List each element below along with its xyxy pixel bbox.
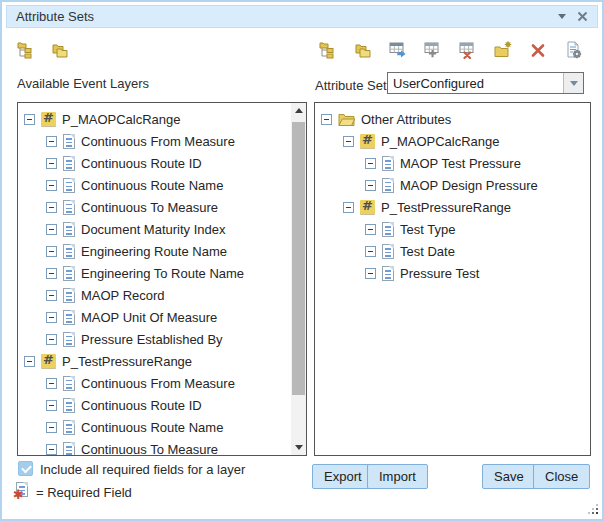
- close-icon[interactable]: [577, 11, 588, 22]
- table-remove-icon[interactable]: [459, 41, 477, 59]
- attribute-set-tree: Other Attributes P_MAOPCalcRange MAOP Te…: [315, 103, 590, 455]
- tree-item[interactable]: Engineering Route Name: [18, 240, 291, 262]
- tree-item[interactable]: Continuous Route ID: [18, 152, 291, 174]
- tree-item[interactable]: MAOP Design Pressure: [315, 174, 590, 196]
- collapse-toggle-icon[interactable]: [46, 202, 57, 213]
- tree-item[interactable]: Continuous Route ID: [18, 394, 291, 416]
- attribute-set-label: Attribute Set:: [315, 78, 390, 93]
- tree-item[interactable]: Continuous From Measure: [18, 130, 291, 152]
- tree-item[interactable]: Continuous Route Name: [18, 416, 291, 438]
- tree-item[interactable]: P_TestPressureRange: [18, 350, 291, 372]
- event-layer-icon: [41, 354, 56, 368]
- tree-item-label: P_MAOPCalcRange: [62, 112, 181, 127]
- collapse-toggle-icon[interactable]: [24, 356, 35, 367]
- tree-item[interactable]: P_TestPressureRange: [315, 196, 590, 218]
- tree-item-label: P_TestPressureRange: [381, 200, 511, 215]
- resize-grip[interactable]: [587, 503, 599, 515]
- collapse-toggle-icon[interactable]: [46, 180, 57, 191]
- collapse-toggle-icon[interactable]: [46, 312, 57, 323]
- tree-item[interactable]: MAOP Record: [18, 284, 291, 306]
- close-button[interactable]: Close: [533, 464, 590, 489]
- collapse-toggle-icon[interactable]: [46, 136, 57, 147]
- tree-item-label: Continuous Route ID: [81, 398, 202, 413]
- collapse-toggle-icon[interactable]: [46, 224, 57, 235]
- left-tree-scrollbar[interactable]: [291, 103, 306, 455]
- new-attribute-set-icon[interactable]: [494, 41, 512, 59]
- field-icon: [63, 420, 75, 435]
- report-settings-icon[interactable]: [564, 41, 582, 59]
- field-icon: [63, 332, 75, 347]
- tree-item[interactable]: Test Date: [315, 240, 590, 262]
- tree-item[interactable]: Continuous To Measure: [18, 196, 291, 218]
- available-layers-panel: P_MAOPCalcRange Continuous From Measure …: [17, 102, 307, 456]
- collapse-toggle-icon[interactable]: [46, 400, 57, 411]
- collapse-toggle-icon[interactable]: [365, 158, 376, 169]
- delete-icon[interactable]: [529, 41, 547, 59]
- collapse-toggle-icon[interactable]: [46, 378, 57, 389]
- collapse-toggle-icon[interactable]: [46, 246, 57, 257]
- import-button[interactable]: Import: [367, 464, 428, 489]
- tree-item-label: Continuous To Measure: [81, 200, 218, 215]
- tree-item-label: Continuous From Measure: [81, 376, 235, 391]
- folder-open-icon: [338, 113, 355, 126]
- tree-item[interactable]: Document Maturity Index: [18, 218, 291, 240]
- tree-item-label: Test Type: [400, 222, 455, 237]
- collapse-toggle-icon[interactable]: [365, 224, 376, 235]
- include-required-fields-checkbox[interactable]: [18, 461, 33, 476]
- table-export-icon[interactable]: [389, 41, 407, 59]
- collapse-attributes-icon[interactable]: [354, 41, 372, 59]
- collapse-toggle-icon[interactable]: [343, 136, 354, 147]
- collapse-toggle-icon[interactable]: [46, 268, 57, 279]
- collapse-toggle-icon[interactable]: [46, 444, 57, 455]
- field-icon: [63, 244, 75, 259]
- event-layer-icon: [41, 112, 56, 126]
- dropdown-arrow-button[interactable]: [563, 73, 583, 93]
- tree-item[interactable]: MAOP Unit Of Measure: [18, 306, 291, 328]
- scrollbar-thumb[interactable]: [292, 122, 305, 395]
- tree-item-label: Engineering To Route Name: [81, 266, 244, 281]
- tree-item-label: Continuous From Measure: [81, 134, 235, 149]
- collapse-event-layers-icon[interactable]: [51, 41, 69, 59]
- tree-item[interactable]: MAOP Test Pressure: [315, 152, 590, 174]
- field-icon: [63, 442, 75, 456]
- tree-item[interactable]: Continuous From Measure: [18, 372, 291, 394]
- attribute-set-dropdown[interactable]: UserConfigured: [387, 72, 584, 94]
- save-button[interactable]: Save: [482, 464, 536, 489]
- tree-item[interactable]: Continuous Route Name: [18, 174, 291, 196]
- expand-event-layers-icon[interactable]: [17, 41, 35, 59]
- collapse-toggle-icon[interactable]: [46, 158, 57, 169]
- available-event-layers-label: Available Event Layers: [17, 76, 149, 91]
- scroll-up-button[interactable]: [291, 103, 306, 118]
- tree-item-label: P_TestPressureRange: [62, 354, 192, 369]
- field-icon: [63, 200, 75, 215]
- collapse-toggle-icon[interactable]: [365, 268, 376, 279]
- triangle-down-icon: [295, 445, 303, 450]
- table-add-icon[interactable]: [424, 41, 442, 59]
- export-button[interactable]: Export: [312, 464, 374, 489]
- tree-item[interactable]: P_MAOPCalcRange: [18, 108, 291, 130]
- scroll-down-button[interactable]: [291, 440, 306, 455]
- titlebar: Attribute Sets: [6, 5, 598, 28]
- event-layer-icon: [360, 134, 375, 148]
- collapse-toggle-icon[interactable]: [365, 246, 376, 257]
- field-icon: [63, 376, 75, 391]
- collapse-toggle-icon[interactable]: [46, 422, 57, 433]
- collapse-toggle-icon[interactable]: [343, 202, 354, 213]
- tree-item[interactable]: Other Attributes: [315, 108, 590, 130]
- collapse-toggle-icon[interactable]: [365, 180, 376, 191]
- tree-item[interactable]: Continuous To Measure: [18, 438, 291, 455]
- collapse-panel-icon[interactable]: [558, 14, 566, 19]
- collapse-toggle-icon[interactable]: [321, 114, 332, 125]
- field-icon: [63, 398, 75, 413]
- collapse-toggle-icon[interactable]: [46, 334, 57, 345]
- tree-item[interactable]: P_MAOPCalcRange: [315, 130, 590, 152]
- expand-attributes-icon[interactable]: [319, 41, 337, 59]
- tree-item[interactable]: Pressure Established By: [18, 328, 291, 350]
- collapse-toggle-icon[interactable]: [46, 290, 57, 301]
- tree-item[interactable]: Pressure Test: [315, 262, 590, 284]
- field-icon: [382, 178, 394, 193]
- tree-item[interactable]: Test Type: [315, 218, 590, 240]
- collapse-toggle-icon[interactable]: [24, 114, 35, 125]
- tree-item-label: Continuous Route Name: [81, 420, 223, 435]
- tree-item[interactable]: Engineering To Route Name: [18, 262, 291, 284]
